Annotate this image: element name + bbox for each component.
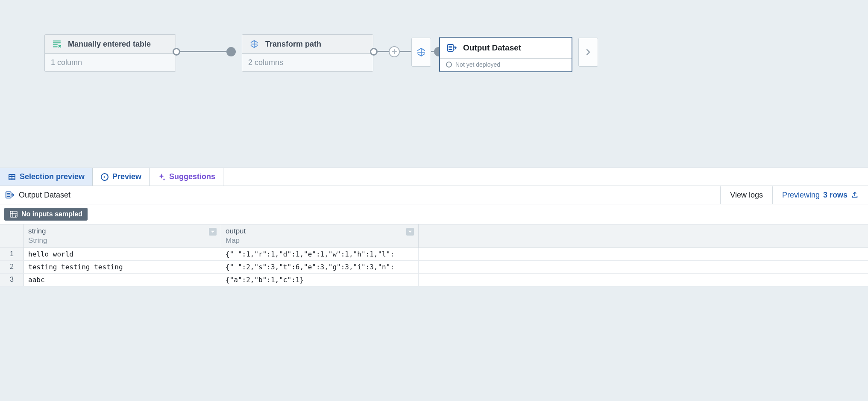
table-row[interactable]: 2 testing testing testing {" ":2,"s":3,"…: [0, 261, 868, 274]
tab-label: Selection preview: [20, 172, 85, 181]
transform-chip[interactable]: [411, 38, 431, 67]
row-number: 3: [0, 274, 24, 286]
node-title: Transform path: [265, 40, 321, 49]
column-header-string[interactable]: string String: [24, 224, 221, 248]
add-node-button[interactable]: [389, 46, 400, 57]
node-transform-path[interactable]: Transform path 2 columns: [242, 34, 373, 72]
table-icon: [8, 173, 16, 181]
sparkle-icon: [157, 173, 166, 181]
edge: [180, 51, 226, 52]
node-subtitle: 1 column: [45, 54, 176, 71]
tab-suggestions[interactable]: Suggestions: [150, 168, 223, 186]
manual-table-icon: [51, 38, 63, 50]
table-row[interactable]: 1 hello world {" ":1,"r":1,"d":1,"e":1,"…: [0, 248, 868, 261]
view-logs-button[interactable]: View logs: [720, 186, 772, 204]
inputs-sampled-badge[interactable]: No inputs sampled: [4, 208, 88, 221]
node-manual-table[interactable]: Manually entered table 1 column: [44, 34, 176, 72]
tab-label: Preview: [112, 172, 141, 181]
rownum-header: [0, 224, 24, 248]
node-output-dataset[interactable]: Output Dataset Not yet deployed: [439, 37, 572, 72]
svg-rect-7: [12, 178, 15, 179]
tab-selection-preview[interactable]: Selection preview: [0, 168, 93, 186]
pipeline-canvas[interactable]: Manually entered table 1 column Transfor…: [0, 0, 868, 168]
table-row[interactable]: 3 aabc {"a":2,"b":1,"c":1}: [0, 274, 868, 286]
svg-rect-5: [12, 177, 15, 178]
expand-next-button[interactable]: [578, 38, 598, 67]
row-number: 2: [0, 261, 24, 273]
panel-title: Output Dataset: [19, 191, 70, 200]
badge-label: No inputs sampled: [21, 210, 82, 218]
node-title: Manually entered table: [68, 40, 151, 49]
tab-label: Suggestions: [169, 172, 215, 181]
filter-dropdown-icon[interactable]: [209, 228, 217, 236]
cell[interactable]: {"a":2,"b":1,"c":1}: [221, 274, 419, 286]
output-port[interactable]: [173, 48, 180, 56]
previewing-count: 3 rows: [823, 191, 847, 200]
svg-rect-3: [12, 175, 15, 176]
svg-rect-4: [9, 177, 12, 178]
column-header-output[interactable]: output Map: [221, 224, 419, 248]
tab-preview[interactable]: Preview: [93, 168, 150, 186]
row-number: 1: [0, 248, 24, 260]
tabs: Selection preview Preview Suggestions: [0, 168, 868, 186]
data-table: string String output Map 1 hello world {…: [0, 224, 868, 286]
cell[interactable]: {" ":2,"s":3,"t":6,"e":3,"g":3,"i":3,"n"…: [221, 261, 419, 273]
svg-rect-2: [9, 175, 12, 176]
transform-icon: [248, 38, 260, 50]
export-icon: [851, 191, 859, 199]
filter-dropdown-icon[interactable]: [406, 228, 414, 236]
preview-panel: Selection preview Preview Suggestions Ou…: [0, 168, 868, 286]
dataset-output-icon: [5, 190, 15, 200]
cell[interactable]: aabc: [24, 274, 221, 286]
sample-icon: [9, 210, 18, 218]
previewing-label: Previewing: [782, 191, 820, 200]
cell[interactable]: testing testing testing: [24, 261, 221, 273]
previewing-info[interactable]: Previewing 3 rows: [772, 186, 868, 204]
status-indicator-icon: [446, 62, 452, 68]
dataset-output-icon: [446, 42, 458, 54]
cell[interactable]: {" ":1,"r":1,"d":1,"e":1,"w":1,"h":1,"l"…: [221, 248, 419, 260]
output-port[interactable]: [370, 48, 378, 56]
node-subtitle: 2 columns: [242, 54, 373, 71]
deploy-status: Not yet deployed: [455, 61, 500, 68]
cell[interactable]: hello world: [24, 248, 221, 260]
preview-icon: [100, 173, 109, 181]
input-port[interactable]: [226, 47, 236, 56]
svg-rect-6: [9, 178, 12, 179]
node-title: Output Dataset: [463, 43, 521, 53]
